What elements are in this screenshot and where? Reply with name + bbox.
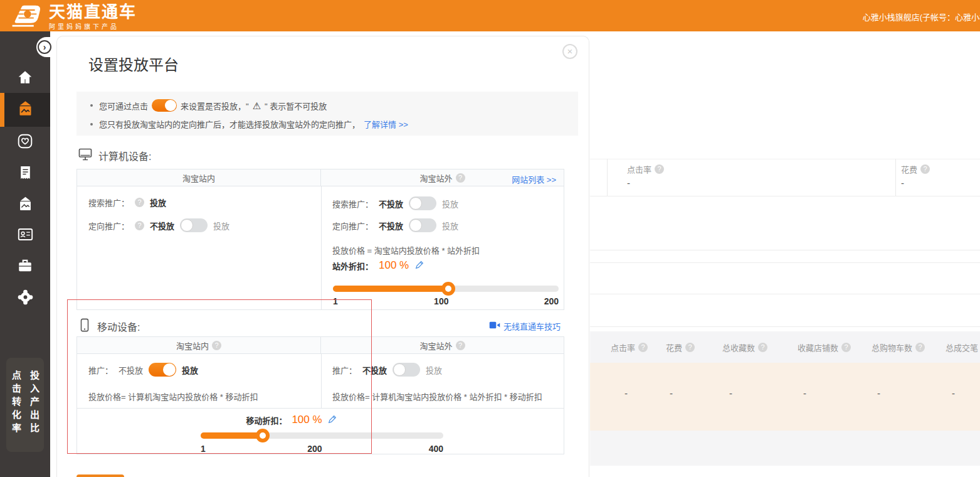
video-camera-icon [489,321,500,331]
wireless-tips-link[interactable]: 无线直通车技巧 [503,320,561,332]
mobile-promo-toggle-in[interactable] [149,363,176,377]
target-promo-toggle-out[interactable] [409,218,436,232]
app-root: 天猫直通车 阿里妈妈旗下产品 心雅小栈旗舰店(子帐号：心雅小栈 › [0,0,980,477]
stats-value-cell: - [729,388,732,399]
sidebar-item-home[interactable] [0,63,50,94]
search-promo-toggle-out[interactable] [409,196,436,210]
promo-status: 不投放 [379,220,403,232]
bg-divider [590,262,980,263]
help-icon[interactable]: ? [135,198,144,207]
promo-status: 不投放 [150,220,174,232]
receipt-icon [18,165,33,183]
sidebar-item-creatives[interactable] [0,190,50,221]
help-icon[interactable]: ? [915,343,925,352]
promo-off-label: 不投放 [119,364,143,376]
stats-header-cell: 收藏店铺数? [798,341,851,353]
frame-icon [17,196,34,215]
bullet-icon [90,104,93,107]
computer-taobao-out-cell: 搜索推广： 不投放 投放 定向推广： 不投放 投放 投放价格 = 淘宝站内投放价… [322,186,564,310]
promo-alt-label: 投放 [213,220,229,232]
bg-divider [895,159,896,196]
slider-thumb[interactable] [441,282,455,296]
bg-divider [607,159,608,196]
tips-box: 您可通过点击 来设置是否投放，" ⚠ " 表示暂不可投放 您只有投放淘宝站内的定… [76,92,578,136]
learn-more-link[interactable]: 了解详情 >> [364,118,408,130]
sidebar-item-campaigns[interactable] [0,93,50,127]
app-header: 天猫直通车 阿里妈妈旗下产品 心雅小栈旗舰店(子帐号：心雅小栈 [0,0,980,31]
target-promo-row-out: 定向推广： 不投放 投放 [332,218,458,232]
promo-status: 不投放 [362,364,387,376]
bg-metric-cost: 花费 ? [901,163,930,175]
help-icon[interactable]: ? [655,164,664,174]
mobile-promo-toggle-out[interactable] [393,363,420,377]
help-icon[interactable]: ? [758,343,767,352]
help-icon[interactable]: ? [456,173,465,183]
offsite-discount-slider[interactable] [333,286,559,292]
computer-taobao-in-cell: 搜索推广： ? 投放 定向推广： ? 不投放 投放 [77,186,322,310]
help-icon[interactable]: ? [920,164,930,174]
bg-divider [590,159,980,159]
logo-subtitle: 阿里妈妈旗下产品 [49,21,137,31]
close-button[interactable]: × [562,44,577,59]
mobile-promo-row-in: 推广： 不投放 投放 [88,363,198,377]
bg-divider [590,196,980,196]
demo-toggle [152,99,177,112]
sidebar-item-favorites[interactable] [0,127,50,158]
slider-thumb[interactable] [256,429,270,442]
bg-divider [590,326,980,327]
wireless-tips-row: 无线直通车技巧 [489,320,561,332]
picture-icon [17,100,34,120]
computer-section-title: 计算机设备: [78,147,151,164]
briefcase-icon [17,257,33,276]
monitor-icon [78,147,93,164]
save-button[interactable] [76,474,124,477]
discount-value: 100 % [292,414,322,426]
edit-pencil-icon[interactable] [414,260,424,272]
metrics-panel[interactable]: 点击转化率 投入产出比 [6,358,44,452]
help-icon[interactable]: ? [135,221,144,230]
mobile-discount-slider[interactable] [201,432,443,439]
heart-icon [17,133,33,152]
help-icon[interactable]: ? [638,343,648,352]
offsite-discount-row: 站外折扣： 100 % [332,259,424,272]
mobile-discount-row: 移动折扣： 100 % [48,414,535,426]
sidebar-item-accounts[interactable] [0,220,50,251]
chevron-right-icon: › [43,42,46,52]
account-name: 心雅小栈旗舰店(子帐号：心雅小栈 [863,11,980,23]
discount-value: 100 % [379,259,409,272]
home-icon [17,69,33,88]
slider-ticks: 1 100 200 [333,296,559,306]
promo-alt-label: 投放 [442,220,458,232]
id-card-icon [17,226,34,245]
collapse-button[interactable]: › [38,40,51,54]
edit-pencil-icon[interactable] [327,414,337,426]
promo-alt-label: 投放 [426,364,442,376]
sidebar-item-reports[interactable] [0,158,50,190]
metric-ctr-label: 点击转化率 [9,370,23,452]
sidebar-item-media[interactable] [0,282,50,314]
metric-roi-label: 投入产出比 [28,370,41,452]
site-list-link[interactable]: 网站列表 >> [512,173,556,185]
col-header-taobao-in: 淘宝站内 ? [77,337,321,353]
stats-row-highlighted [590,363,980,431]
target-promo-row-in: 定向推广： ? 不投放 投放 [88,218,229,232]
stats-value-cell: - [803,388,806,399]
search-promo-row-in: 搜索推广： ? 投放 [88,196,166,208]
bg-metric-clickrate-value: - [627,178,630,188]
help-icon[interactable]: ? [685,343,695,352]
sidebar-item-tools[interactable] [0,251,50,282]
col-header-taobao-out: 淘宝站外 ? 网站列表 >> [321,169,564,186]
bg-divider [590,294,980,294]
help-icon[interactable]: ? [456,341,465,350]
tip-item: 您只有投放淘宝站内的定向推广后，才能选择投放淘宝站外的定向推广， 了解详情 >> [90,118,408,130]
help-icon[interactable]: ? [212,341,221,350]
mobile-section-title: 移动设备: [78,318,140,335]
close-icon: × [567,46,573,56]
stats-value-cell: - [624,388,628,399]
help-icon[interactable]: ? [841,343,851,352]
promo-alt-label: 投放 [442,198,458,210]
mobile-table: 淘宝站内 ? 淘宝站外 ? 推广： 不投放 投放 投放价格= 计算机淘宝站内投 [76,336,564,454]
target-promo-toggle-in[interactable] [180,218,208,232]
promo-status: 投放 [182,364,198,376]
promo-status: 投放 [150,196,166,208]
